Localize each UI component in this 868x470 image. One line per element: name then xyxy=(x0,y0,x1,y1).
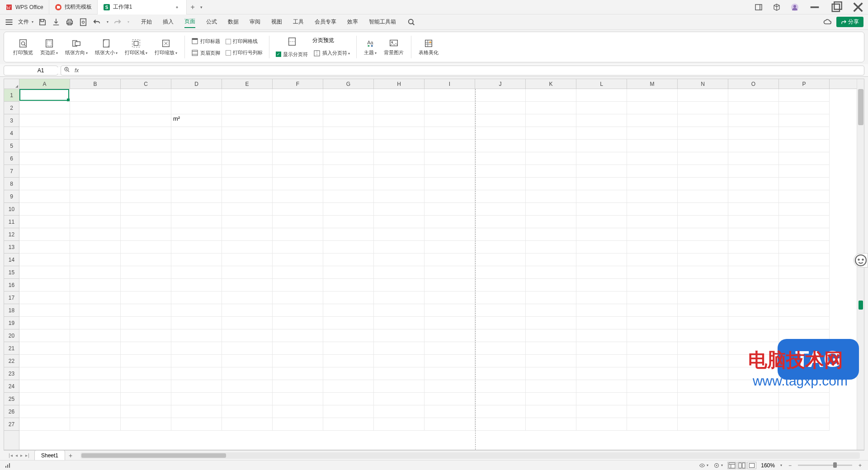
cell[interactable] xyxy=(475,317,526,329)
cell[interactable] xyxy=(728,279,779,291)
cell[interactable] xyxy=(678,380,728,393)
cell[interactable] xyxy=(779,127,830,140)
cells-area[interactable]: m² xyxy=(19,89,857,450)
insert-break-button[interactable]: 插入分页符▾ xyxy=(312,49,351,58)
cell[interactable] xyxy=(222,241,273,254)
cell[interactable] xyxy=(374,342,425,355)
cell[interactable] xyxy=(627,367,678,380)
cell[interactable] xyxy=(121,304,171,317)
cell[interactable] xyxy=(627,140,678,152)
cell[interactable] xyxy=(323,317,374,329)
undo-dropdown[interactable]: ▾ xyxy=(107,20,108,24)
cell[interactable] xyxy=(19,291,70,304)
cell[interactable] xyxy=(475,178,526,190)
cell[interactable] xyxy=(19,165,70,178)
cell[interactable] xyxy=(678,140,728,152)
cell[interactable] xyxy=(526,266,576,279)
cell[interactable] xyxy=(678,114,728,127)
cell[interactable] xyxy=(678,152,728,165)
menu-tab-start[interactable]: 开始 xyxy=(141,16,152,28)
cell[interactable] xyxy=(627,329,678,342)
zoom-value[interactable]: 160% xyxy=(761,462,775,469)
cell[interactable] xyxy=(70,216,121,228)
cell[interactable] xyxy=(70,152,121,165)
menu-tab-efficiency[interactable]: 效率 xyxy=(347,16,358,28)
cell[interactable] xyxy=(678,342,728,355)
cell[interactable] xyxy=(475,165,526,178)
row-header[interactable]: 15 xyxy=(4,266,19,279)
cell[interactable] xyxy=(171,102,222,114)
cell[interactable] xyxy=(728,203,779,216)
menu-icon[interactable] xyxy=(5,18,14,27)
cell[interactable] xyxy=(374,203,425,216)
cell[interactable] xyxy=(323,393,374,405)
row-header[interactable]: 26 xyxy=(4,405,19,418)
scrollbar-thumb[interactable] xyxy=(81,453,226,458)
cell[interactable] xyxy=(526,114,576,127)
cell[interactable] xyxy=(728,291,779,304)
cell[interactable] xyxy=(627,241,678,254)
cell[interactable] xyxy=(425,279,475,291)
column-header[interactable]: D xyxy=(171,79,222,89)
cell[interactable] xyxy=(678,317,728,329)
cell[interactable] xyxy=(374,89,425,102)
minimize-button[interactable] xyxy=(808,1,821,14)
beautify-button[interactable]: 表格美化 xyxy=(417,38,440,57)
cell[interactable] xyxy=(273,140,323,152)
cell[interactable] xyxy=(323,405,374,418)
scale-button[interactable]: 打印缩放▾ xyxy=(153,38,179,57)
cell[interactable] xyxy=(374,102,425,114)
cell[interactable] xyxy=(728,304,779,317)
cell[interactable] xyxy=(425,140,475,152)
search-icon[interactable] xyxy=(407,18,416,27)
row-header[interactable]: 1 xyxy=(4,89,19,102)
cell[interactable] xyxy=(475,102,526,114)
cell[interactable] xyxy=(425,102,475,114)
cell[interactable] xyxy=(627,405,678,418)
cell[interactable] xyxy=(627,152,678,165)
cell[interactable] xyxy=(627,216,678,228)
cell[interactable] xyxy=(728,329,779,342)
cell[interactable] xyxy=(273,165,323,178)
cell[interactable] xyxy=(374,165,425,178)
cell[interactable] xyxy=(121,393,171,405)
cell[interactable] xyxy=(374,405,425,418)
cell[interactable] xyxy=(779,165,830,178)
cell[interactable] xyxy=(222,203,273,216)
cell[interactable] xyxy=(678,266,728,279)
cell[interactable] xyxy=(222,216,273,228)
cell[interactable] xyxy=(526,216,576,228)
cell[interactable] xyxy=(222,102,273,114)
cell[interactable] xyxy=(526,203,576,216)
cell[interactable] xyxy=(425,241,475,254)
cell[interactable] xyxy=(70,254,121,266)
cell[interactable] xyxy=(273,355,323,367)
cell[interactable] xyxy=(627,114,678,127)
cell[interactable] xyxy=(70,405,121,418)
cell[interactable] xyxy=(425,355,475,367)
cell[interactable] xyxy=(222,127,273,140)
row-header[interactable]: 20 xyxy=(4,329,19,342)
cell[interactable] xyxy=(576,102,627,114)
cell[interactable] xyxy=(121,266,171,279)
cell[interactable] xyxy=(171,241,222,254)
cell[interactable] xyxy=(70,291,121,304)
cell[interactable] xyxy=(779,393,830,405)
cell[interactable] xyxy=(475,190,526,203)
cell[interactable] xyxy=(171,266,222,279)
expand-icon[interactable] xyxy=(64,66,70,74)
cell[interactable] xyxy=(526,367,576,380)
cell[interactable] xyxy=(171,405,222,418)
ai-assistant-button[interactable] xyxy=(854,253,868,268)
cell[interactable] xyxy=(576,152,627,165)
cell[interactable] xyxy=(374,190,425,203)
cell[interactable] xyxy=(779,89,830,102)
cell[interactable] xyxy=(171,216,222,228)
maximize-button[interactable] xyxy=(830,1,843,14)
cell[interactable] xyxy=(121,367,171,380)
cell[interactable] xyxy=(19,329,70,342)
row-header[interactable]: 21 xyxy=(4,342,19,355)
cell[interactable] xyxy=(70,418,121,431)
eye-icon[interactable]: ▾ xyxy=(698,462,708,469)
cell[interactable] xyxy=(576,393,627,405)
